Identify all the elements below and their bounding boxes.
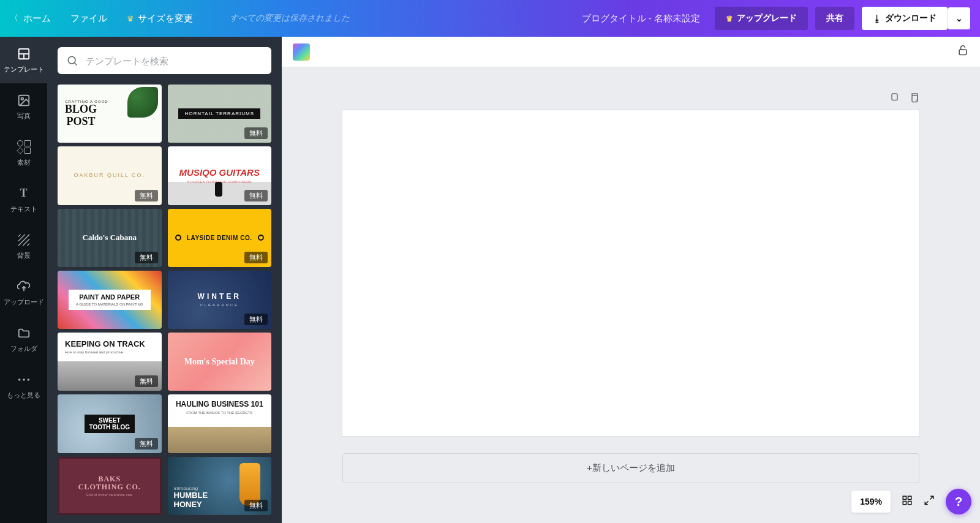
template-card[interactable]: OAKBUR QUILL CO.無料 xyxy=(58,146,162,205)
canvas-page[interactable] xyxy=(342,110,919,436)
svg-point-13 xyxy=(27,378,29,381)
free-badge: 無料 xyxy=(135,438,158,450)
svg-point-11 xyxy=(18,378,20,381)
free-badge: 無料 xyxy=(244,252,268,263)
topbar-left: 〈 ホーム ファイル ♛ サイズを変更 すべての変更は保存されました xyxy=(10,13,350,24)
template-card[interactable]: MUSIQO GUITARS5 PLACES TO INSPIRE COMPOS… xyxy=(168,146,272,205)
sidebar-label: 素材 xyxy=(17,158,31,167)
template-card[interactable]: Caldo's Cabana無料 xyxy=(58,209,162,267)
sidebar-tab-folders[interactable]: フォルダ xyxy=(0,316,47,363)
topbar-right: ブログタイトル - 名称未設定 ♛ アップグレード 共有 ⭳ ダウンロード ⌄ xyxy=(582,7,970,30)
sidebar-tab-text[interactable]: T テキスト xyxy=(0,176,47,223)
file-menu[interactable]: ファイル xyxy=(70,13,107,24)
sidebar-label: テンプレート xyxy=(4,65,44,74)
sidebar-label: 写真 xyxy=(17,111,31,121)
share-button[interactable]: 共有 xyxy=(815,7,854,30)
svg-rect-20 xyxy=(908,496,911,499)
folder-icon xyxy=(17,326,31,341)
home-button[interactable]: 〈 ホーム xyxy=(10,13,51,24)
crown-icon: ♛ xyxy=(127,14,134,23)
templates-grid[interactable]: CRAFTING A GOODBLOG POSTHORNTAIL TERRARI… xyxy=(47,85,282,523)
sidebar-label: アップロード xyxy=(4,298,44,307)
sidebar-tab-templates[interactable]: テンプレート xyxy=(0,37,47,83)
search-wrap xyxy=(47,37,282,85)
free-badge: 無料 xyxy=(135,375,158,387)
page-actions xyxy=(342,92,919,105)
upgrade-button[interactable]: ♛ アップグレード xyxy=(715,7,808,30)
search-input[interactable] xyxy=(86,56,263,66)
sidebar-label: もっと見る xyxy=(7,391,40,400)
fullscreen-button[interactable] xyxy=(924,495,935,508)
svg-rect-19 xyxy=(903,496,906,499)
lock-button[interactable] xyxy=(957,44,969,59)
templates-icon xyxy=(17,47,31,61)
download-icon: ⭳ xyxy=(873,13,881,23)
resize-label: サイズを変更 xyxy=(138,13,193,24)
add-page-button[interactable]: +新しいページを追加 xyxy=(342,453,919,483)
elements-icon xyxy=(17,140,31,154)
template-card[interactable]: IntroducingHUMBLE HONEY無料 xyxy=(168,457,272,515)
download-label: ダウンロード xyxy=(885,13,937,24)
svg-rect-18 xyxy=(912,96,918,102)
sidebar-tab-more[interactable]: もっと見る xyxy=(0,363,47,409)
expand-icon xyxy=(924,495,935,506)
document-title[interactable]: ブログタイトル - 名称未設定 xyxy=(582,13,700,24)
template-card[interactable]: Mom's Special Day xyxy=(168,333,272,391)
lock-icon xyxy=(957,44,969,56)
svg-line-15 xyxy=(75,63,77,66)
photos-icon xyxy=(17,93,31,108)
chevron-left-icon: 〈 xyxy=(10,13,18,24)
free-badge: 無料 xyxy=(244,314,268,325)
duplicate-icon xyxy=(908,92,919,103)
download-dropdown[interactable]: ⌄ xyxy=(948,7,970,29)
template-card[interactable]: PAINT AND PAPERA GUIDE TO MATERIALS ON P… xyxy=(58,271,162,329)
sidebar-label: テキスト xyxy=(10,205,37,214)
zoom-level[interactable]: 159% xyxy=(851,491,891,513)
sidebar-tab-photos[interactable]: 写真 xyxy=(0,83,47,130)
upload-icon xyxy=(17,279,31,294)
download-button[interactable]: ⭳ ダウンロード xyxy=(862,7,948,30)
sidebar-tab-elements[interactable]: 素材 xyxy=(0,130,47,176)
search-box[interactable] xyxy=(58,47,271,74)
template-card[interactable]: LAYSIDE DENIM CO.無料 xyxy=(168,209,272,267)
sidebar: テンプレート 写真 素材 T テキスト 背景 xyxy=(0,37,47,523)
copy-icon xyxy=(890,92,901,103)
main: テンプレート 写真 素材 T テキスト 背景 xyxy=(0,37,980,523)
crown-icon: ♛ xyxy=(726,14,733,23)
grid-icon xyxy=(902,495,913,506)
template-card[interactable]: WINTERCLEARANCE無料 xyxy=(168,271,272,329)
upgrade-label: アップグレード xyxy=(737,13,797,24)
chevron-down-icon: ⌄ xyxy=(956,13,963,23)
sidebar-label: フォルダ xyxy=(10,344,37,353)
svg-line-9 xyxy=(27,243,29,246)
svg-point-4 xyxy=(21,97,23,100)
top-bar: 〈 ホーム ファイル ♛ サイズを変更 すべての変更は保存されました ブログタイ… xyxy=(0,0,980,37)
bottom-bar: 159% ? xyxy=(851,489,971,514)
search-icon xyxy=(66,55,78,67)
svg-line-23 xyxy=(930,496,933,499)
template-card[interactable]: KEEPING ON TRACKHow to stay focused and … xyxy=(58,333,162,391)
canvas-scroll[interactable]: +新しいページを追加 xyxy=(282,67,980,523)
sidebar-tab-uploads[interactable]: アップロード xyxy=(0,269,47,316)
sidebar-tab-background[interactable]: 背景 xyxy=(0,223,47,269)
template-card[interactable]: HAULING BUSINESS 101FROM THE BASICS TO T… xyxy=(168,394,272,453)
copy-page-button[interactable] xyxy=(890,92,901,105)
template-card[interactable]: CRAFTING A GOODBLOG POST xyxy=(58,85,162,143)
templates-panel: CRAFTING A GOODBLOG POSTHORNTAIL TERRARI… xyxy=(47,37,282,523)
svg-rect-17 xyxy=(892,94,897,100)
help-button[interactable]: ? xyxy=(946,489,971,514)
duplicate-page-button[interactable] xyxy=(908,92,919,105)
free-badge: 無料 xyxy=(135,190,158,201)
svg-line-24 xyxy=(925,502,928,505)
resize-menu[interactable]: ♛ サイズを変更 xyxy=(127,13,193,24)
text-icon: T xyxy=(17,186,31,201)
template-card[interactable]: SWEET TOOTH BLOG無料 xyxy=(58,394,162,453)
template-card[interactable]: HORNTAIL TERRARIUMS無料 xyxy=(168,85,272,143)
svg-line-7 xyxy=(18,234,20,236)
grid-view-button[interactable] xyxy=(902,495,913,508)
svg-rect-16 xyxy=(959,50,967,55)
background-icon xyxy=(17,233,31,247)
home-label: ホーム xyxy=(23,13,51,24)
template-card[interactable]: BAKS CLOTHING CO.End of winter clearance… xyxy=(58,457,162,515)
color-swatch-button[interactable] xyxy=(293,43,310,61)
